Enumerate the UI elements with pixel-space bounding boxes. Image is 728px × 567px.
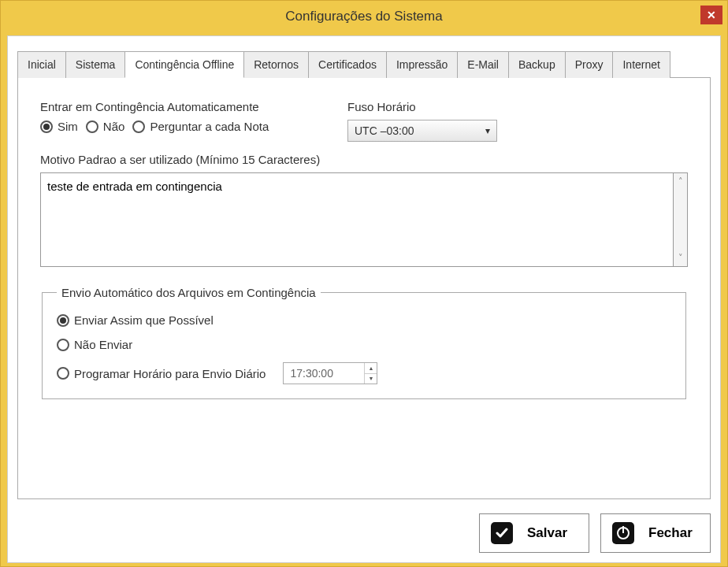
radio-never-label: Não Enviar: [74, 338, 132, 351]
time-spinner: ▲ ▼: [364, 363, 377, 384]
check-icon: [491, 522, 513, 544]
motivo-textarea[interactable]: [40, 172, 674, 267]
textarea-scrollbar[interactable]: ˄ ˅: [674, 172, 688, 267]
spinner-down[interactable]: ▼: [365, 374, 377, 384]
radio-perguntar-label: Perguntar a cada Nota: [150, 120, 269, 133]
radio-programar[interactable]: Programar Horário para Envio Diário: [57, 367, 266, 380]
close-label: Fechar: [648, 525, 693, 541]
system-settings-window: Configurações do Sistema ✕ Inicial Siste…: [0, 0, 728, 567]
tab-internet[interactable]: Internet: [612, 51, 670, 78]
schedule-time-value: 17:30:00: [290, 367, 333, 380]
row-auto-tz: Entrar em Contingência Automaticamente S…: [40, 100, 688, 142]
radio-nao-label: Não: [103, 120, 125, 133]
radio-enviar-asap[interactable]: Enviar Assim que Possível: [57, 313, 671, 327]
timezone-value: UTC –03:00: [355, 124, 414, 137]
scroll-up-icon: ˄: [678, 176, 683, 187]
radio-sim-label: Sim: [58, 120, 78, 133]
schedule-row: Programar Horário para Envio Diário 17:3…: [57, 362, 671, 384]
tab-retornos[interactable]: Retornos: [243, 51, 309, 78]
close-dialog-button[interactable]: Fechar: [600, 513, 711, 553]
auto-contingency-radios: Sim Não Perguntar a cada Nota: [40, 120, 332, 133]
timezone-select[interactable]: UTC –03:00 ▾: [347, 120, 497, 142]
radio-icon: [57, 314, 69, 327]
save-label: Salvar: [527, 525, 567, 541]
timezone-group: Fuso Horário UTC –03:00 ▾: [347, 100, 497, 142]
save-button[interactable]: Salvar: [479, 513, 589, 553]
schedule-time-input[interactable]: 17:30:00 ▲ ▼: [283, 362, 377, 384]
radio-schedule-label: Programar Horário para Envio Diário: [74, 367, 266, 380]
dialog-footer: Salvar Fechar: [17, 513, 711, 553]
radio-nao[interactable]: Não: [86, 120, 125, 133]
envio-legend: Envio Automático dos Arquivos em Conting…: [57, 286, 321, 299]
radio-icon: [40, 120, 53, 133]
auto-contingency-label: Entrar em Contingência Automaticamente: [40, 100, 332, 113]
close-icon: ✕: [707, 9, 716, 21]
tab-sistema[interactable]: Sistema: [65, 51, 126, 78]
tab-email[interactable]: E-Mail: [457, 51, 509, 78]
tab-strip: Inicial Sistema Contingência Offline Ret…: [17, 50, 711, 78]
radio-icon: [57, 339, 69, 351]
spinner-up[interactable]: ▲: [365, 363, 377, 374]
timezone-label: Fuso Horário: [347, 100, 497, 113]
chevron-down-icon: ▾: [485, 125, 490, 136]
power-icon: [612, 522, 634, 544]
motivo-label: Motivo Padrao a ser utilizado (Mínimo 15…: [40, 153, 688, 166]
tab-inicial[interactable]: Inicial: [17, 51, 66, 78]
auto-contingency-group: Entrar em Contingência Automaticamente S…: [40, 100, 332, 133]
motivo-wrap: ˄ ˅: [40, 172, 688, 267]
tab-proxy[interactable]: Proxy: [565, 51, 614, 78]
close-button[interactable]: ✕: [700, 6, 722, 24]
tab-certificados[interactable]: Certificados: [308, 51, 387, 78]
radio-icon: [57, 367, 69, 380]
content-area: Inicial Sistema Contingência Offline Ret…: [7, 35, 721, 563]
radio-icon: [86, 120, 98, 133]
tab-impressao[interactable]: Impressão: [386, 51, 458, 78]
titlebar: Configurações do Sistema ✕: [1, 1, 727, 32]
tab-panel-contingencia: Entrar em Contingência Automaticamente S…: [17, 78, 711, 499]
envio-options: Enviar Assim que Possível Não Enviar Pro…: [57, 313, 671, 384]
radio-asap-label: Enviar Assim que Possível: [74, 313, 214, 327]
tab-backup[interactable]: Backup: [508, 51, 566, 78]
radio-icon: [132, 120, 145, 133]
radio-perguntar[interactable]: Perguntar a cada Nota: [132, 120, 269, 133]
radio-sim[interactable]: Sim: [40, 120, 78, 133]
scroll-down-icon: ˅: [678, 253, 683, 263]
window-title: Configurações do Sistema: [285, 9, 442, 24]
envio-group: Envio Automático dos Arquivos em Conting…: [42, 286, 686, 399]
tab-contingencia-offline[interactable]: Contingência Offline: [124, 51, 244, 78]
radio-nao-enviar[interactable]: Não Enviar: [57, 338, 671, 351]
